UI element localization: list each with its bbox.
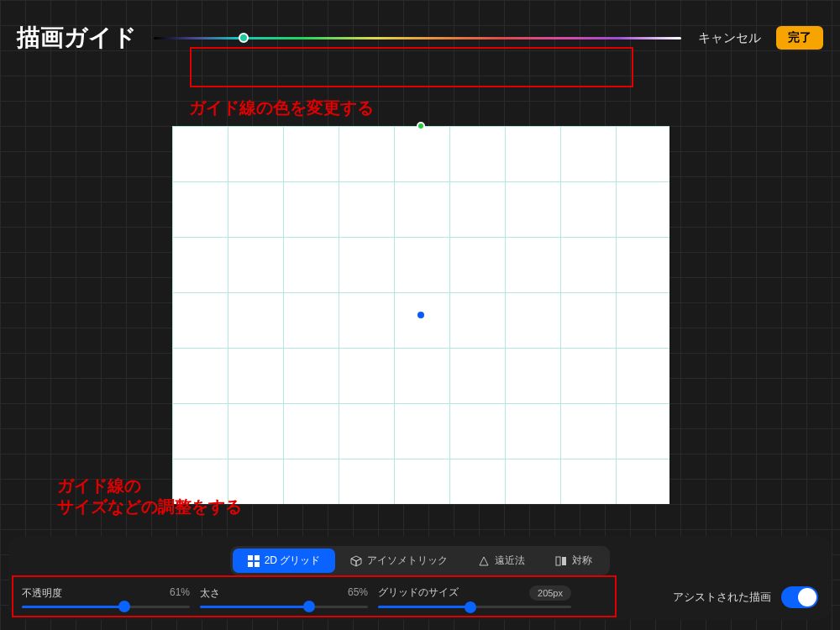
canvas-top-handle[interactable] <box>417 122 425 130</box>
gridsize-value: 205px <box>529 585 571 601</box>
slider-row: 不透明度 61% 太さ 65% グリッドのサイズ 205px アシストされた描画 <box>22 585 818 608</box>
guide-type-tabs: 2D グリッド アイソメトリック 遠近法 対称 <box>230 546 611 575</box>
opacity-label: 不透明度 <box>22 586 62 601</box>
symmetry-icon <box>555 555 567 567</box>
tab-isometric[interactable]: アイソメトリック <box>335 549 463 573</box>
thickness-value: 65% <box>348 586 368 601</box>
annotation-size-adjust: ガイド線の サイズなどの調整をする <box>57 475 242 517</box>
grid-icon <box>248 555 260 567</box>
hue-handle[interactable] <box>239 33 249 43</box>
done-button[interactable]: 完了 <box>776 26 823 50</box>
cancel-button[interactable]: キャンセル <box>698 30 761 46</box>
opacity-slider[interactable]: 不透明度 61% <box>22 586 190 608</box>
hue-slider[interactable] <box>154 18 681 58</box>
svg-rect-2 <box>248 562 253 567</box>
svg-rect-4 <box>556 557 560 565</box>
canvas-preview[interactable] <box>172 126 669 504</box>
svg-rect-1 <box>255 555 260 560</box>
tab-2d-grid[interactable]: 2D グリッド <box>233 549 336 573</box>
thickness-label: 太さ <box>200 586 220 601</box>
assisted-drawing-toggle[interactable] <box>781 586 818 608</box>
annotation-color-change: ガイド線の色を変更する <box>189 97 374 118</box>
page-title: 描画ガイド <box>17 22 137 54</box>
cube-icon <box>350 555 362 567</box>
thickness-slider[interactable]: 太さ 65% <box>200 586 368 608</box>
tab-symmetry[interactable]: 対称 <box>540 549 607 573</box>
tab-perspective[interactable]: 遠近法 <box>463 549 540 573</box>
opacity-value: 61% <box>170 586 190 601</box>
svg-rect-5 <box>562 557 566 565</box>
svg-rect-0 <box>248 555 253 560</box>
svg-rect-3 <box>255 562 260 567</box>
canvas-center-dot[interactable] <box>417 312 424 318</box>
perspective-icon <box>478 555 490 567</box>
assisted-drawing: アシストされた描画 <box>673 586 818 608</box>
header: 描画ガイド キャンセル 完了 <box>0 0 840 76</box>
bottom-toolbar: 2D グリッド アイソメトリック 遠近法 対称 不透明度 61% 太さ 65% <box>8 536 832 620</box>
assisted-drawing-label: アシストされた描画 <box>673 590 771 605</box>
gridsize-slider[interactable]: グリッドのサイズ 205px <box>378 585 571 608</box>
gridsize-label: グリッドのサイズ <box>378 585 459 601</box>
